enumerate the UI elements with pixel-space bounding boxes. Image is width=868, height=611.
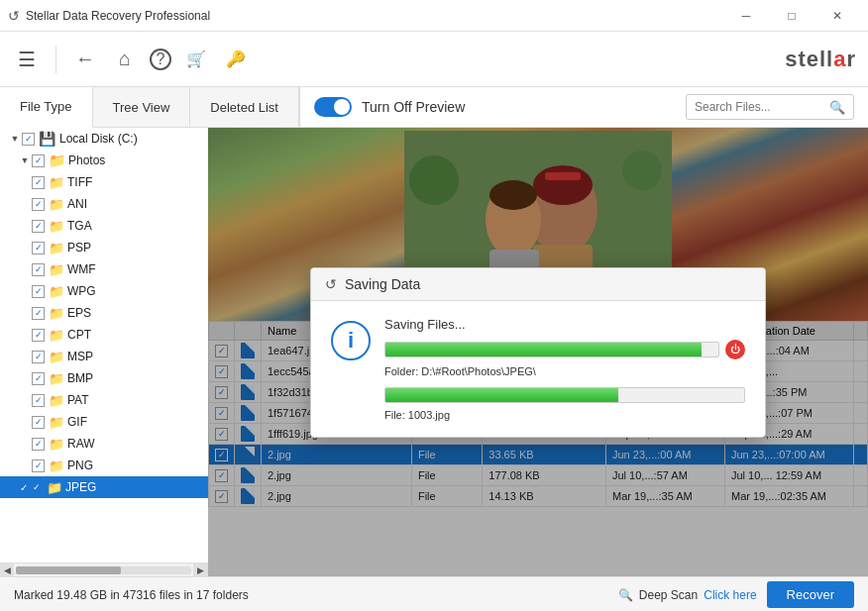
tree-item-bmp[interactable]: ✓ 📁 BMP [0, 367, 208, 389]
folder-icon-gif: 📁 [49, 415, 64, 430]
stellar-logo: stellar [785, 47, 856, 72]
tree-label-wmf: WMF [67, 262, 96, 276]
preview-toggle[interactable] [314, 97, 352, 117]
search-box: 🔍 [686, 94, 854, 120]
tree-check-cpt[interactable]: ✓ [32, 329, 45, 342]
search-input[interactable] [695, 100, 823, 114]
scroll-left-arrow[interactable]: ◀ [0, 563, 14, 577]
saving-files-label: Saving Files... [384, 317, 745, 332]
tree-check-tiff[interactable]: ✓ [32, 176, 45, 189]
undo-icon: ↺ [8, 8, 20, 24]
tree-label-raw: RAW [67, 437, 95, 451]
tree-label-eps: EPS [67, 306, 91, 320]
folder-icon-png: 📁 [49, 458, 64, 473]
stop-button[interactable]: ⏻ [725, 340, 745, 359]
tree-photos[interactable]: ▼ ✓ 📁 Photos [0, 150, 208, 171]
preview-label: Turn Off Preview [362, 99, 465, 115]
left-panel-scrollbar[interactable]: ◀ ▶ [0, 562, 207, 576]
tree-check-msp[interactable]: ✓ [32, 351, 45, 363]
folder-icon-bmp: 📁 [49, 371, 64, 386]
folder-icon-wmf: 📁 [49, 262, 64, 277]
tree-check-bmp[interactable]: ✓ [32, 372, 45, 385]
tree-check-wmf[interactable]: ✓ [32, 263, 45, 276]
close-button[interactable]: ✕ [814, 0, 860, 32]
tree-label-msp: MSP [67, 350, 93, 363]
folder-icon-jpeg: 📁 [47, 480, 62, 495]
tree-item-wmf[interactable]: ✓ 📁 WMF [0, 258, 208, 280]
tree-item-raw[interactable]: ✓ 📁 RAW [0, 433, 208, 455]
tree-check-eps[interactable]: ✓ [32, 307, 45, 320]
tree-check-gif[interactable]: ✓ [32, 416, 45, 429]
title-bar: ↺ Stellar Data Recovery Professional ─ □… [0, 0, 868, 32]
home-icon[interactable]: ⌂ [110, 45, 140, 74]
key-icon[interactable]: 🔑 [221, 45, 251, 74]
folder-icon-tiff: 📁 [49, 175, 64, 190]
scroll-right-arrow[interactable]: ▶ [193, 563, 207, 577]
help-icon[interactable]: ? [150, 49, 171, 70]
tree-check-photos[interactable]: ✓ [32, 154, 45, 167]
overall-progress-fill [385, 343, 702, 356]
deep-scan-link[interactable]: Click here [704, 588, 756, 602]
tree-item-tga[interactable]: ✓ 📁 TGA [0, 215, 208, 237]
tree-item-png[interactable]: ✓ 📁 PNG [0, 455, 208, 476]
recover-button[interactable]: Recover [767, 581, 854, 608]
minimize-button[interactable]: ─ [723, 0, 769, 32]
tree-item-psp[interactable]: ✓ 📁 PSP [0, 237, 208, 258]
tree-check-jpeg[interactable]: ✓ [30, 481, 43, 494]
tree-item-gif[interactable]: ✓ 📁 GIF [0, 411, 208, 433]
back-icon[interactable]: ← [70, 45, 100, 74]
cart-icon[interactable]: 🛒 [181, 45, 211, 74]
tree-check-psp[interactable]: ✓ [32, 242, 45, 255]
tree-check-ani[interactable]: ✓ [32, 198, 45, 211]
tree-item-tiff[interactable]: ✓ 📁 TIFF [0, 171, 208, 193]
tree-item-msp[interactable]: ✓ 📁 MSP [0, 346, 208, 367]
scroll-track[interactable] [16, 566, 191, 574]
tree-item-cpt[interactable]: ✓ 📁 CPT [0, 324, 208, 346]
hdd-icon: 💾 [39, 131, 55, 147]
title-bar-left: ↺ Stellar Data Recovery Professional [8, 8, 210, 24]
tree-item-eps[interactable]: ✓ 📁 EPS [0, 302, 208, 324]
folder-path: Folder: D:\#Root\Photos\JPEG\ [384, 365, 745, 377]
main-layout: ▼ ✓ 💾 Local Disk (C:) ▼ ✓ 📁 Photos ✓ 📁 T… [0, 128, 868, 576]
tree-label-png: PNG [67, 458, 93, 472]
tree-label-jpeg: JPEG [65, 480, 96, 494]
folder-icon-psp: 📁 [49, 241, 64, 255]
file-label: File: 1003.jpg [384, 409, 745, 421]
right-panel: Name Type Size ...on Date Modification D… [208, 128, 868, 576]
folder-icon-raw: 📁 [49, 437, 64, 452]
tree-arrow-root: ▼ [8, 134, 22, 144]
status-text: Marked 19.48 GB in 47316 files in 17 fol… [14, 588, 608, 602]
tree-check-tga[interactable]: ✓ [32, 220, 45, 233]
tab-file-type[interactable]: File Type [0, 87, 93, 128]
tab-deleted-list[interactable]: Deleted List [190, 87, 299, 127]
tree-check-pat[interactable]: ✓ [32, 394, 45, 407]
search-icon: 🔍 [829, 100, 845, 115]
tree-check-wpg[interactable]: ✓ [32, 285, 45, 298]
file-progress-bar [384, 387, 745, 403]
tree-item-ani[interactable]: ✓ 📁 ANI [0, 193, 208, 215]
tree-item-pat[interactable]: ✓ 📁 PAT [0, 389, 208, 411]
folder-icon-photos: 📁 [49, 153, 65, 168]
folder-icon-pat: 📁 [49, 393, 64, 408]
hamburger-icon[interactable]: ☰ [12, 45, 42, 74]
scroll-thumb [16, 566, 121, 574]
tab-tree-view[interactable]: Tree View [93, 87, 191, 127]
dialog-info-icon: i [331, 321, 371, 360]
tree-check-png[interactable]: ✓ [32, 459, 45, 472]
dialog-titlebar: ↺ Saving Data [311, 268, 765, 301]
dialog-title-text: Saving Data [345, 276, 420, 292]
tree-check-indicator: ✓ [20, 482, 28, 493]
tree-check-raw[interactable]: ✓ [32, 438, 45, 451]
tree-item-wpg[interactable]: ✓ 📁 WPG [0, 280, 208, 302]
maximize-button[interactable]: □ [769, 0, 814, 32]
tree-label-tiff: TIFF [67, 175, 92, 189]
tree-check-root[interactable]: ✓ [22, 133, 35, 146]
bottom-bar: Marked 19.48 GB in 47316 files in 17 fol… [0, 576, 868, 611]
tree-item-jpeg[interactable]: ✓ ✓ 📁 JPEG [0, 476, 208, 498]
tree-root[interactable]: ▼ ✓ 💾 Local Disk (C:) [0, 128, 208, 150]
tree-label-tga: TGA [67, 219, 92, 233]
file-progress-fill [385, 388, 618, 402]
logo-area: stellar [785, 47, 856, 72]
tree-label-photos: Photos [68, 153, 105, 167]
logo-accent: a [833, 47, 846, 71]
